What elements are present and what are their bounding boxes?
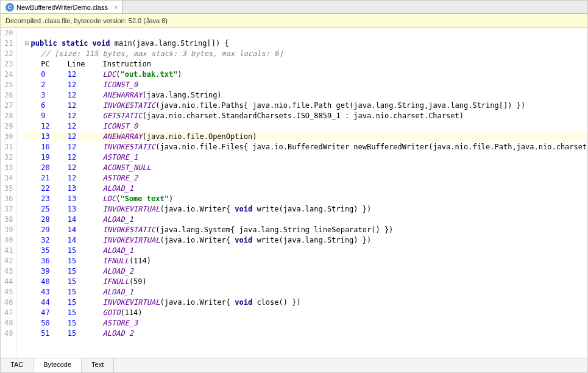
decompile-banner: Decompiled .class file, bytecode version…	[1, 14, 587, 28]
tab-bytecode[interactable]: Bytecode	[34, 358, 82, 372]
file-tab[interactable]: C NewBufferedWriterDemo.class ×	[1, 1, 123, 13]
line-gutter: 2021222324252627282930313233343536373839…	[1, 28, 17, 358]
tab-tac[interactable]: TAC	[1, 358, 34, 372]
view-tab-bar: TAC Bytecode Text	[1, 358, 587, 372]
class-file-icon: C	[5, 3, 14, 12]
editor-area[interactable]: 2021222324252627282930313233343536373839…	[1, 28, 587, 358]
file-tab-label: NewBufferedWriterDemo.class	[16, 4, 108, 11]
code-content[interactable]: ⊟public static void main(java.lang.Strin…	[17, 28, 587, 358]
close-icon[interactable]: ×	[114, 4, 118, 11]
tab-text[interactable]: Text	[82, 358, 114, 372]
editor-tab-bar: C NewBufferedWriterDemo.class ×	[1, 1, 587, 14]
